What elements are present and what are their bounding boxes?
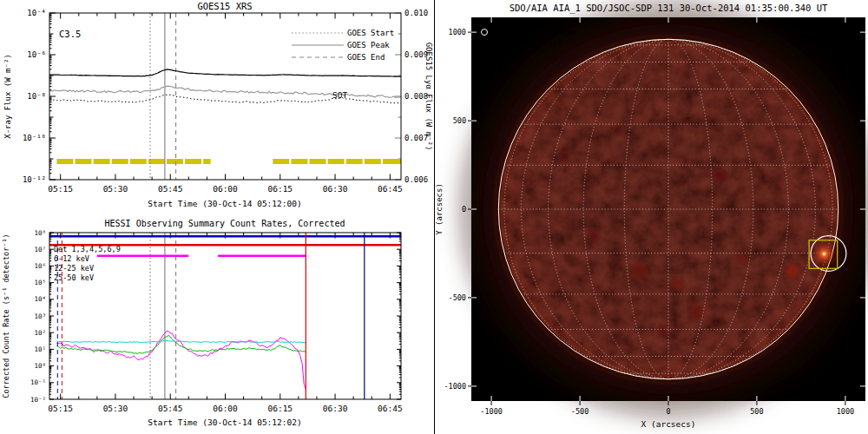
sot-observation-bar [130, 159, 147, 164]
goes-plot-title: GOES15 XRS [197, 1, 252, 11]
goes-yaxis-left-label: X-ray Flux (W m⁻²) [3, 54, 12, 139]
hessi-xaxis-label: Start Time (30-Oct-14 05:12:02) [148, 418, 301, 427]
svg-text:0: 0 [462, 205, 466, 214]
active-region-blob [786, 265, 799, 277]
svg-text:05:30: 05:30 [103, 184, 128, 194]
svg-text:06:00: 06:00 [213, 184, 238, 194]
series-rate_6-12_keV [56, 331, 306, 389]
legend-label-12-25kev: 12-25 keV [54, 264, 94, 273]
svg-text:06:45: 06:45 [378, 404, 403, 413]
hessi-count-rate-plot: HESSI Observing Summary Count Rates, Cor… [0, 217, 434, 434]
timeseries-column: GOES15 XRS C3.5 05:1505:3005:4506:0006:1… [0, 0, 434, 434]
solar-xaxis-label: X (arcsecs) [641, 419, 696, 429]
active-region-blob [659, 326, 667, 334]
active-region-blob [560, 151, 570, 161]
svg-text:06:15: 06:15 [267, 184, 293, 194]
goes-plot-frame [49, 13, 401, 180]
legend-label-goes-start: GOES Start [347, 29, 394, 37]
legend-label-goes-peak: GOES Peak [347, 41, 390, 49]
legend-label-25-50kev: 25-50 keV [54, 273, 94, 282]
goes-yaxis-right-label: GOES15 Lyα Flux (W m⁻²) [424, 43, 433, 151]
svg-text:06:30: 06:30 [323, 184, 348, 194]
solar-yaxis-label: Y (arcsecs) [435, 183, 444, 235]
sot-observation-bar [167, 159, 183, 164]
active-region-blob [589, 231, 599, 241]
rhessi-contours-label: RHESSI contours [491, 39, 562, 48]
svg-text:10⁷: 10⁷ [34, 246, 46, 253]
active-region-blob [739, 254, 747, 263]
svg-text:05:30: 05:30 [103, 404, 128, 413]
sot-observation-bar [148, 159, 165, 164]
svg-text:10⁻¹⁰: 10⁻¹⁰ [23, 134, 46, 142]
svg-text:10⁻¹²: 10⁻¹² [23, 175, 46, 184]
sot-observation-bar [56, 159, 73, 164]
svg-text:10⁴: 10⁴ [34, 295, 46, 303]
svg-text:10⁶: 10⁶ [34, 262, 46, 270]
sot-observation-bar [273, 159, 289, 164]
sot-observation-bar [346, 159, 363, 164]
hessi-plot-title: HESSI Observing Summary Count Rates, Cor… [105, 219, 345, 228]
sot-observation-bar [112, 159, 128, 164]
svg-text:10²: 10² [34, 329, 46, 337]
goes-flare-class-label: C3.5 [59, 29, 81, 39]
goes-legend: GOES Start GOES Peak GOES End [292, 29, 394, 62]
svg-text:0.006: 0.006 [404, 175, 428, 184]
svg-text:0: 0 [666, 407, 670, 416]
svg-text:10⁻⁴: 10⁻⁴ [27, 9, 46, 17]
svg-text:10⁵: 10⁵ [34, 279, 46, 286]
active-region-blob [713, 169, 726, 181]
sot-observation-bar [365, 159, 381, 164]
series-goes_long_1-8A [49, 69, 401, 76]
hessi-plot-frame [49, 233, 401, 399]
svg-text:06:45: 06:45 [378, 184, 403, 194]
flare-annotation-label: AIA flare location [491, 28, 576, 36]
hessi-legend: Det 1,3,4,5,6,9 6-12 keV 12-25 keV 25-50… [54, 245, 121, 282]
svg-text:500: 500 [453, 116, 466, 125]
aia-solar-image-panel: SDO/AIA AIA_1 SDO/JSOC-SDP 131 30-Oct-20… [435, 0, 868, 434]
sot-observation-bar [203, 159, 210, 164]
svg-text:10⁻⁶: 10⁻⁶ [27, 50, 46, 59]
series-rate_12-25_keV [56, 335, 306, 353]
svg-text:1000: 1000 [837, 407, 854, 416]
legend-label-6-12kev: 6-12 keV [54, 254, 89, 263]
svg-text:05:15: 05:15 [48, 404, 73, 413]
sot-observation-bar [94, 159, 110, 164]
solar-analysis-screen: GOES15 XRS C3.5 05:1505:3005:4506:0006:1… [0, 0, 868, 434]
legend-label-detectors: Det 1,3,4,5,6,9 [54, 245, 121, 253]
svg-text:06:00: 06:00 [213, 404, 238, 413]
svg-text:-1000: -1000 [480, 407, 503, 416]
svg-text:10⁸: 10⁸ [34, 229, 46, 237]
svg-text:10⁻¹: 10⁻¹ [30, 378, 46, 386]
svg-text:05:45: 05:45 [158, 184, 183, 194]
svg-text:-500: -500 [571, 407, 589, 416]
sot-fov-label: SOT FOV [475, 365, 509, 373]
svg-text:-500: -500 [449, 293, 466, 302]
sot-label: SOT [332, 90, 347, 100]
active-region-blob [690, 305, 704, 319]
sot-observation-bar [310, 159, 326, 164]
active-region-blob [672, 279, 682, 289]
active-region-blob [632, 263, 648, 279]
svg-text:10⁰: 10⁰ [34, 362, 46, 370]
svg-text:10¹: 10¹ [34, 345, 46, 353]
flare-bright-point [822, 252, 825, 255]
svg-text:05:15: 05:15 [48, 184, 73, 194]
svg-text:-1000: -1000 [444, 382, 466, 391]
goes-xrs-plot: GOES15 XRS C3.5 05:1505:3005:4506:0006:1… [0, 0, 434, 217]
series-goes_short_0.5-4A [49, 95, 401, 103]
svg-text:500: 500 [750, 407, 763, 416]
sot-observation-bar [185, 159, 201, 164]
solar-image-column: SDO/AIA AIA_1 SDO/JSOC-SDP 131 30-Oct-20… [434, 0, 868, 434]
series-lyman_alpha [49, 86, 401, 97]
goes-xaxis-label: Start Time (30-Oct-14 05:12:00) [148, 199, 301, 208]
sot-observation-bar [76, 159, 92, 164]
svg-text:1000: 1000 [449, 28, 466, 36]
svg-text:06:15: 06:15 [267, 404, 293, 413]
svg-text:06:30: 06:30 [323, 404, 348, 413]
svg-text:10³: 10³ [34, 312, 46, 320]
sot-observation-bar [328, 159, 345, 164]
sot-observation-bar [291, 159, 307, 164]
svg-text:05:45: 05:45 [158, 404, 183, 413]
legend-label-goes-end: GOES End [347, 53, 385, 62]
active-region-blob [613, 126, 621, 135]
